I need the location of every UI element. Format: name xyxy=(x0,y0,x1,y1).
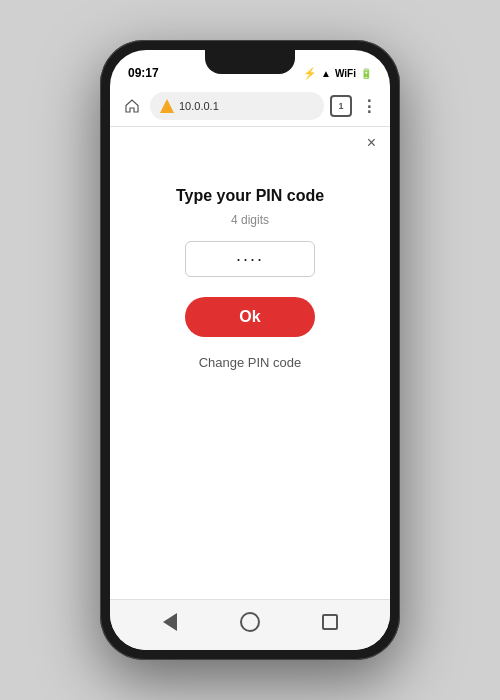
bottom-nav-bar xyxy=(110,599,390,650)
address-text: 10.0.0.1 xyxy=(179,100,219,112)
pin-container: Type your PIN code 4 digits ···· Ok Chan… xyxy=(130,187,370,370)
battery-icon: 🔋 xyxy=(360,68,372,79)
address-bar[interactable]: 10.0.0.1 xyxy=(150,92,324,120)
change-pin-code-link[interactable]: Change PIN code xyxy=(199,355,302,370)
pin-title: Type your PIN code xyxy=(176,187,324,205)
bluetooth-icon: ⚡ xyxy=(303,67,317,80)
warning-icon xyxy=(160,99,174,113)
home-button[interactable] xyxy=(238,610,262,634)
browser-actions: 1 ⋮ xyxy=(330,95,380,117)
tab-switcher-button[interactable]: 1 xyxy=(330,95,352,117)
wifi-icon: WiFi xyxy=(335,68,356,79)
status-time: 09:17 xyxy=(128,66,159,80)
home-icon xyxy=(240,612,260,632)
back-icon xyxy=(163,613,177,631)
ok-button[interactable]: Ok xyxy=(185,297,315,337)
close-button[interactable]: × xyxy=(367,135,376,151)
pin-subtitle: 4 digits xyxy=(231,213,269,227)
pin-input-wrapper[interactable]: ···· xyxy=(185,241,315,277)
recents-button[interactable] xyxy=(318,610,342,634)
recents-icon xyxy=(322,614,338,630)
pin-input: ···· xyxy=(236,249,264,270)
browser-home-button[interactable] xyxy=(120,94,144,118)
back-button[interactable] xyxy=(158,610,182,634)
phone-frame: 09:17 ⚡ ▲ WiFi 🔋 10.0.0.1 1 ⋮ xyxy=(100,40,400,660)
status-icons: ⚡ ▲ WiFi 🔋 xyxy=(303,67,372,80)
page-content: × Type your PIN code 4 digits ···· Ok Ch… xyxy=(110,127,390,599)
signal-icon: ▲ xyxy=(321,68,331,79)
phone-notch xyxy=(205,50,295,74)
more-options-button[interactable]: ⋮ xyxy=(358,95,380,117)
phone-screen: 09:17 ⚡ ▲ WiFi 🔋 10.0.0.1 1 ⋮ xyxy=(110,50,390,650)
browser-toolbar: 10.0.0.1 1 ⋮ xyxy=(110,86,390,127)
